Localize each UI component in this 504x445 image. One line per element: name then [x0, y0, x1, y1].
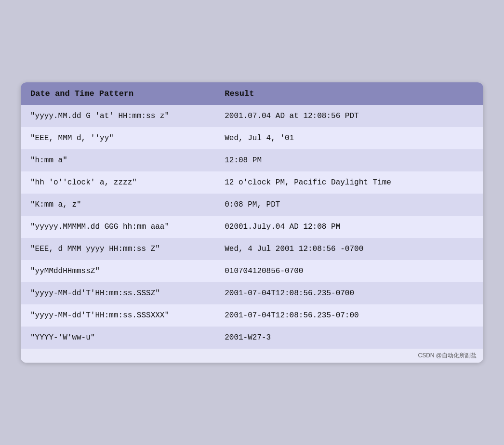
result-cell: Wed, Jul 4, '01 [215, 127, 483, 149]
result-cell: 010704120856-0700 [215, 260, 483, 282]
result-cell: 12:08 PM [215, 149, 483, 171]
pattern-cell: "hh 'o''clock' a, zzzz" [21, 171, 215, 194]
pattern-cell: "EEE, MMM d, ''yy" [21, 127, 215, 149]
table-row: "yyyy-MM-dd'T'HH:mm:ss.SSSXXX"2001-07-04… [21, 304, 483, 327]
main-container: Date and Time Pattern Result "yyyy.MM.dd… [21, 82, 483, 363]
col-header-result: Result [215, 82, 483, 105]
table-row: "yyMMddHHmmssZ"010704120856-0700 [21, 260, 483, 282]
result-cell: 12 o'clock PM, Pacific Daylight Time [215, 171, 483, 194]
table-row: "yyyyy.MMMMM.dd GGG hh:mm aaa"02001.July… [21, 216, 483, 238]
result-cell: 0:08 PM, PDT [215, 194, 483, 216]
table-row: "EEE, MMM d, ''yy"Wed, Jul 4, '01 [21, 127, 483, 149]
datetime-table: Date and Time Pattern Result "yyyy.MM.dd… [21, 82, 483, 349]
pattern-cell: "YYYY-'W'ww-u" [21, 327, 215, 349]
table-row: "h:mm a"12:08 PM [21, 149, 483, 171]
result-cell: 2001-07-04T12:08:56.235-07:00 [215, 304, 483, 327]
table-row: "YYYY-'W'ww-u"2001-W27-3 [21, 327, 483, 349]
pattern-cell: "yyyy-MM-dd'T'HH:mm:ss.SSSZ" [21, 282, 215, 304]
pattern-cell: "yyyy.MM.dd G 'at' HH:mm:ss z" [21, 105, 215, 127]
table-row: "yyyy.MM.dd G 'at' HH:mm:ss z"2001.07.04… [21, 105, 483, 127]
watermark: CSDN @自动化所副盐 [21, 349, 483, 363]
pattern-cell: "h:mm a" [21, 149, 215, 171]
result-cell: Wed, 4 Jul 2001 12:08:56 -0700 [215, 238, 483, 260]
col-header-pattern: Date and Time Pattern [21, 82, 215, 105]
pattern-cell: "yyyyy.MMMMM.dd GGG hh:mm aaa" [21, 216, 215, 238]
pattern-cell: "K:mm a, z" [21, 194, 215, 216]
result-cell: 2001-07-04T12:08:56.235-0700 [215, 282, 483, 304]
table-header-row: Date and Time Pattern Result [21, 82, 483, 105]
table-row: "yyyy-MM-dd'T'HH:mm:ss.SSSZ"2001-07-04T1… [21, 282, 483, 304]
table-row: "hh 'o''clock' a, zzzz"12 o'clock PM, Pa… [21, 171, 483, 194]
pattern-cell: "EEE, d MMM yyyy HH:mm:ss Z" [21, 238, 215, 260]
result-cell: 02001.July.04 AD 12:08 PM [215, 216, 483, 238]
pattern-cell: "yyyy-MM-dd'T'HH:mm:ss.SSSXXX" [21, 304, 215, 327]
result-cell: 2001.07.04 AD at 12:08:56 PDT [215, 105, 483, 127]
pattern-cell: "yyMMddHHmmssZ" [21, 260, 215, 282]
result-cell: 2001-W27-3 [215, 327, 483, 349]
table-row: "K:mm a, z"0:08 PM, PDT [21, 194, 483, 216]
table-row: "EEE, d MMM yyyy HH:mm:ss Z"Wed, 4 Jul 2… [21, 238, 483, 260]
